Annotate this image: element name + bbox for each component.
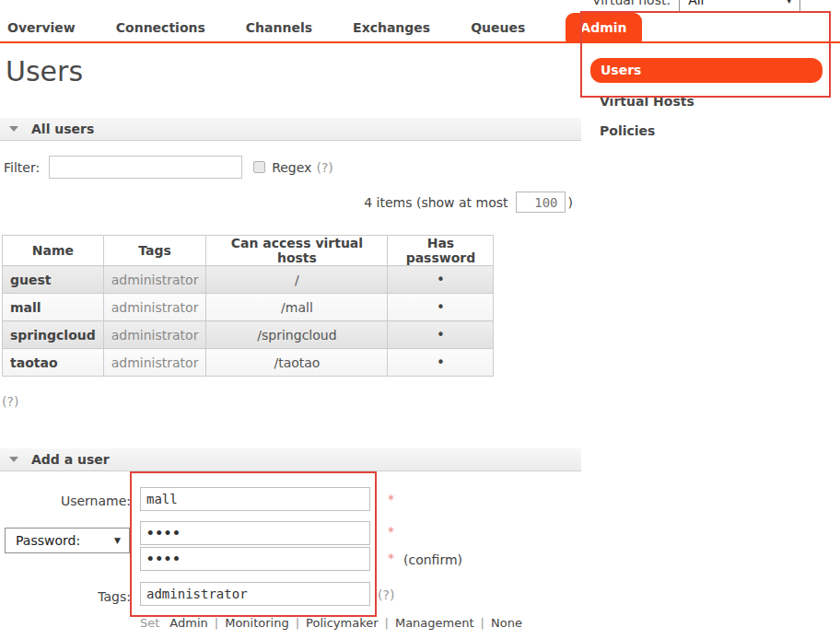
col-header-vhosts: Can access virtual hosts bbox=[206, 236, 388, 266]
collapse-triangle-icon bbox=[9, 457, 18, 462]
collapse-triangle-icon bbox=[9, 126, 18, 132]
main-nav: Overview Connections Channels Exchanges … bbox=[7, 13, 642, 42]
user-vhosts: /taotao bbox=[206, 349, 388, 377]
col-header-has-password: Has password bbox=[388, 236, 494, 266]
required-marker: * bbox=[388, 524, 394, 539]
tag-link-policymaker[interactable]: Policymaker bbox=[306, 616, 378, 630]
chevron-down-icon: ▼ bbox=[786, 0, 792, 5]
filter-label: Filter: bbox=[4, 160, 40, 175]
tag-link-management[interactable]: Management bbox=[395, 616, 474, 630]
separator: | bbox=[481, 616, 484, 630]
virtual-host-select[interactable]: All ▼ bbox=[679, 0, 800, 12]
filter-input[interactable] bbox=[49, 156, 242, 179]
tags-label: Tags: bbox=[0, 589, 131, 604]
sidebar-item-users[interactable]: Users bbox=[590, 58, 822, 83]
tag-link-none[interactable]: None bbox=[491, 616, 522, 630]
password-confirm-input[interactable] bbox=[140, 547, 370, 571]
table-row: mall administrator /mall • bbox=[3, 294, 494, 321]
user-tags: administrator bbox=[103, 266, 206, 294]
regex-checkbox[interactable] bbox=[253, 161, 265, 173]
user-name-link[interactable]: mall bbox=[3, 294, 104, 321]
user-vhosts: /springcloud bbox=[206, 321, 388, 349]
admin-sidebar: Users Virtual Hosts Policies bbox=[590, 58, 822, 138]
items-count-prefix: 4 items (show at most bbox=[364, 195, 508, 210]
table-row: guest administrator / • bbox=[3, 266, 494, 294]
tab-connections[interactable]: Connections bbox=[116, 20, 205, 35]
tab-overview[interactable]: Overview bbox=[7, 20, 76, 35]
table-header-row: Name Tags Can access virtual hosts Has p… bbox=[3, 236, 494, 266]
all-users-section-title: All users bbox=[31, 122, 94, 136]
tags-help-link[interactable]: (?) bbox=[378, 587, 394, 602]
nav-accent-line bbox=[0, 41, 840, 43]
user-has-password: • bbox=[388, 321, 494, 349]
col-header-name: Name bbox=[3, 236, 104, 266]
user-tags: administrator bbox=[103, 294, 206, 321]
virtual-host-selected-value: All bbox=[688, 0, 704, 7]
password-mode-selected-value: Password: bbox=[16, 533, 80, 548]
virtual-host-label: Virtual host: bbox=[592, 0, 671, 7]
page-title: Users bbox=[6, 55, 83, 87]
rabbitmq-users-page: Virtual host: All ▼ Overview Connections… bbox=[0, 0, 840, 639]
filter-row: Filter: Regex (?) bbox=[4, 156, 333, 179]
user-name-link[interactable]: taotao bbox=[3, 349, 104, 377]
required-marker: * bbox=[388, 551, 394, 565]
user-vhosts: / bbox=[206, 266, 388, 294]
username-input[interactable] bbox=[140, 487, 370, 511]
col-header-tags: Tags bbox=[103, 236, 206, 266]
regex-help-link[interactable]: (?) bbox=[316, 160, 332, 175]
tab-channels[interactable]: Channels bbox=[246, 20, 312, 35]
show-at-most-input[interactable] bbox=[516, 192, 566, 213]
regex-label: Regex bbox=[272, 160, 311, 175]
items-count-row: 4 items (show at most ) bbox=[276, 192, 573, 213]
username-label: Username: bbox=[0, 494, 131, 508]
tab-exchanges[interactable]: Exchanges bbox=[353, 20, 430, 35]
confirm-note: (confirm) bbox=[403, 552, 462, 567]
user-name-link[interactable]: springcloud bbox=[3, 321, 104, 349]
table-row: springcloud administrator /springcloud • bbox=[3, 321, 494, 349]
chevron-down-icon: ▼ bbox=[114, 536, 121, 545]
password-mode-select[interactable]: Password: ▼ bbox=[5, 528, 130, 553]
table-help-link[interactable]: (?) bbox=[2, 394, 18, 409]
add-user-section-header[interactable]: Add a user bbox=[0, 448, 581, 471]
user-has-password: • bbox=[388, 349, 494, 377]
set-label: Set bbox=[140, 616, 159, 630]
items-count-suffix: ) bbox=[568, 195, 573, 210]
required-marker: * bbox=[388, 492, 394, 506]
user-vhosts: /mall bbox=[206, 294, 388, 321]
tag-link-admin[interactable]: Admin bbox=[169, 616, 207, 630]
tab-admin[interactable]: Admin bbox=[566, 13, 641, 42]
users-table: Name Tags Can access virtual hosts Has p… bbox=[2, 235, 494, 377]
tag-shortcut-row: Set Admin | Monitoring | Policymaker | M… bbox=[140, 616, 522, 630]
user-name-link[interactable]: guest bbox=[3, 266, 104, 294]
tag-link-monitoring[interactable]: Monitoring bbox=[225, 616, 289, 630]
virtual-host-bar: Virtual host: All ▼ bbox=[592, 0, 800, 13]
user-tags: administrator bbox=[103, 349, 206, 377]
sidebar-item-policies[interactable]: Policies bbox=[590, 123, 822, 138]
separator: | bbox=[296, 616, 299, 630]
user-has-password: • bbox=[388, 266, 494, 294]
user-has-password: • bbox=[388, 294, 494, 321]
tab-queues[interactable]: Queues bbox=[471, 20, 525, 35]
tags-input[interactable] bbox=[140, 582, 370, 606]
user-tags: administrator bbox=[103, 321, 206, 349]
separator: | bbox=[215, 616, 218, 630]
all-users-section-header[interactable]: All users bbox=[0, 118, 581, 141]
table-row: taotao administrator /taotao • bbox=[3, 349, 494, 377]
password-input[interactable] bbox=[140, 521, 370, 545]
add-user-section-title: Add a user bbox=[31, 452, 110, 467]
separator: | bbox=[385, 616, 389, 630]
sidebar-item-virtual-hosts[interactable]: Virtual Hosts bbox=[590, 94, 822, 109]
